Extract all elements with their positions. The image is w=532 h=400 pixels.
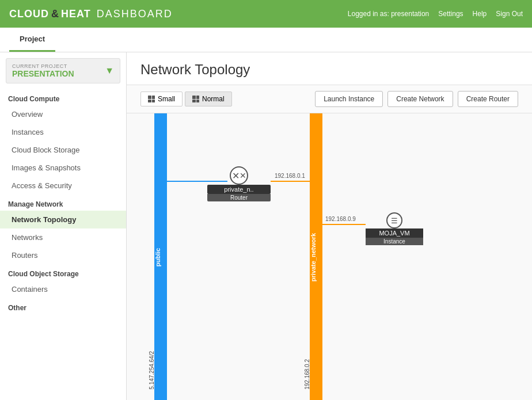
- main-content: Network Topology Small Normal: [127, 52, 532, 400]
- public-network-line: [154, 113, 167, 400]
- project-arrow-icon: ▼: [105, 66, 114, 76]
- router-type-label: Router: [207, 194, 271, 201]
- normal-grid-icon: [192, 96, 199, 102]
- sidebar-item-overview[interactable]: Overview: [0, 105, 126, 123]
- sidebar-item-network-topology[interactable]: Network Topology: [0, 211, 126, 228]
- ip-instance-left: 192.168.0.9: [325, 216, 356, 222]
- instance-name-label: MOJA_VM: [366, 228, 423, 238]
- private-network-line: [310, 113, 322, 400]
- sidebar-item-access-security[interactable]: Access & Security: [0, 177, 126, 195]
- view-toggle: Small Normal: [140, 92, 232, 106]
- section-manage-network: Manage Network: [0, 195, 126, 211]
- nav-right: Logged in as: presentation Settings Help…: [348, 10, 523, 18]
- instance-orange-connection: [322, 224, 366, 225]
- sidebar: CURRENT PROJECT PRESENTATION ▼ Cloud Com…: [0, 52, 127, 400]
- project-name: PRESENTATION: [12, 69, 74, 78]
- help-link[interactable]: Help: [473, 10, 487, 18]
- logged-in-label: Logged in as: presentation: [348, 10, 429, 18]
- logo-dashboard-text: DASHBOARD: [97, 8, 173, 20]
- logo: CLOUD & HEAT DASHBOARD: [9, 8, 173, 20]
- launch-instance-button[interactable]: Launch Instance: [315, 91, 383, 107]
- ip-orange-bottom: 192.168.0.2: [304, 359, 310, 390]
- router-node[interactable]: ✕ private_n.. Router: [207, 166, 271, 201]
- view-normal-button[interactable]: Normal: [185, 92, 232, 106]
- action-buttons: Launch Instance Create Network Create Ro…: [315, 91, 518, 107]
- view-small-button[interactable]: Small: [140, 92, 183, 106]
- small-grid-icon: [148, 96, 155, 102]
- logo-heat-text: HEAT: [61, 8, 91, 20]
- page-title: Network Topology: [140, 62, 518, 78]
- page-header: Network Topology: [127, 52, 532, 85]
- project-selector[interactable]: CURRENT PROJECT PRESENTATION ▼: [6, 58, 120, 83]
- project-tab[interactable]: Project: [9, 28, 55, 52]
- sidebar-item-routers[interactable]: Routers: [0, 246, 126, 264]
- layout: CURRENT PROJECT PRESENTATION ▼ Cloud Com…: [0, 52, 532, 400]
- instance-type-label: Instance: [366, 238, 423, 245]
- router-icon: ✕: [230, 166, 248, 185]
- sidebar-item-networks[interactable]: Networks: [0, 228, 126, 246]
- ip-blue-bottom: 5.147.254.64/2: [149, 351, 155, 390]
- sign-out-link[interactable]: Sign Out: [496, 10, 523, 18]
- subnav: Project: [0, 28, 532, 52]
- topology-canvas: public private_network ✕ private_n.. Rou…: [127, 113, 532, 400]
- section-other: Other: [0, 298, 126, 314]
- create-network-button[interactable]: Create Network: [387, 91, 453, 107]
- sidebar-item-instances[interactable]: Instances: [0, 123, 126, 141]
- router-orange-connection: [271, 181, 311, 182]
- toolbar: Small Normal Launch Instance Create Netw…: [127, 85, 532, 113]
- section-cloud-compute: Cloud Compute: [0, 89, 126, 105]
- logo-cloud-text: CLOUD: [9, 8, 49, 20]
- sidebar-item-cloud-block-storage[interactable]: Cloud Block Storage: [0, 141, 126, 159]
- settings-link[interactable]: Settings: [438, 10, 463, 18]
- ip-router-right: 192.168.0.1: [275, 173, 305, 179]
- sidebar-item-images-snapshots[interactable]: Images & Snapshots: [0, 159, 126, 177]
- current-project-label: CURRENT PROJECT: [12, 63, 74, 69]
- instance-icon: ☰: [386, 212, 402, 228]
- logo-amp: &: [51, 8, 59, 20]
- sidebar-item-containers[interactable]: Containers: [0, 280, 126, 298]
- topbar: CLOUD & HEAT DASHBOARD Logged in as: pre…: [0, 0, 532, 28]
- create-router-button[interactable]: Create Router: [458, 91, 518, 107]
- section-cloud-object-storage: Cloud Object Storage: [0, 264, 126, 280]
- instance-node[interactable]: ☰ MOJA_VM Instance: [366, 212, 423, 245]
- router-name-label: private_n..: [207, 185, 271, 194]
